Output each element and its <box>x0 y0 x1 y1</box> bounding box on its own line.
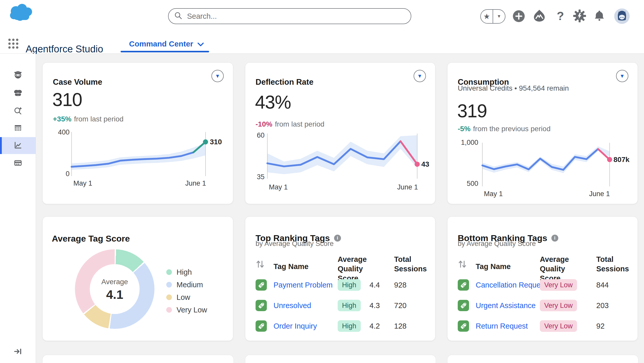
search-sparkle-icon <box>13 106 23 116</box>
quick-create-button[interactable] <box>513 10 525 23</box>
user-avatar[interactable] <box>614 8 630 25</box>
tab-active-underline <box>121 51 209 52</box>
sort-icon[interactable] <box>256 259 265 270</box>
next-row-card-stub <box>42 355 234 363</box>
favorites-dropdown-icon[interactable]: ▼ <box>493 10 505 23</box>
legend-dot-icon <box>166 307 172 313</box>
y-axis-tick-max: 400 <box>45 128 70 136</box>
notifications-button[interactable] <box>593 9 606 23</box>
triangle-down-icon: ▼ <box>215 73 220 79</box>
x-axis-label-end: June 1 <box>397 183 418 191</box>
legend-item: Low <box>166 291 190 303</box>
total-sessions: 203 <box>596 301 609 310</box>
kpi-value: 319 <box>457 102 487 120</box>
total-sessions: 720 <box>394 301 406 310</box>
tag-icon <box>256 320 267 332</box>
quality-score: 4.3 <box>369 301 380 310</box>
avatar-astro-icon <box>614 8 630 25</box>
delta-note: from last period <box>74 115 123 123</box>
quality-badge: Very Low <box>540 300 577 311</box>
favorites-star-icon[interactable]: ★ <box>481 10 493 23</box>
card-title: Case Volume <box>53 78 102 87</box>
kpi-card-consumption: Consumption Universal Credits • 954,564 … <box>447 62 638 204</box>
chevron-down-icon <box>197 40 204 48</box>
search-icon <box>174 12 182 21</box>
sidebar-item-butterfly[interactable] <box>0 85 36 102</box>
top-ranking-tags-card: Top Ranking Tags i by Average Quality Sc… <box>245 216 435 341</box>
table-icon <box>13 123 23 133</box>
search-input[interactable] <box>187 12 405 21</box>
legend-label: High <box>177 268 192 276</box>
info-icon[interactable]: i <box>334 235 341 242</box>
sidebar-collapse-button[interactable] <box>0 343 36 360</box>
tag-link[interactable]: Payment Problem <box>274 281 333 289</box>
tag-icon <box>256 300 267 311</box>
card-title: Deflection Rate <box>256 78 314 87</box>
y-axis-tick-min: 500 <box>454 180 478 188</box>
legend-label: Low <box>177 293 190 302</box>
kpi-delta: +35%from last period <box>53 115 123 123</box>
page-title: Agentforce Studio <box>26 44 103 55</box>
column-header-tag-name: Tag Name <box>476 262 511 271</box>
delta-value: -5% <box>458 125 471 133</box>
tag-link[interactable]: Urgent Assistance <box>476 301 536 310</box>
sort-icon[interactable] <box>458 259 467 270</box>
card-subtitle: Universal Credits • 954,564 remain <box>458 84 569 92</box>
donut-center-label: Average <box>75 278 154 286</box>
quality-badge: Very Low <box>540 279 577 291</box>
bottom-ranking-tags-card: Bottom Ranking Tags i by Average Quality… <box>447 216 638 341</box>
card-subtitle: by Average Quality Score <box>458 240 536 248</box>
bell-icon <box>593 10 605 23</box>
average-tag-score-card: Average Tag Score Average 4.1 HighMedium… <box>42 216 233 341</box>
table-row: Urgent AssistanceVery Low203 <box>457 298 628 313</box>
trailhead-icon <box>532 9 546 24</box>
card-menu-button[interactable]: ▼ <box>211 70 224 82</box>
card-menu-button[interactable]: ▼ <box>616 70 628 82</box>
quality-badge: Very Low <box>540 320 577 332</box>
legend-item: Medium <box>166 279 203 291</box>
delta-note: from the previous period <box>473 125 551 133</box>
app-launcher-button[interactable] <box>8 38 19 50</box>
kpi-delta: -10%from last period <box>256 120 324 128</box>
tag-link[interactable]: Cancellation Requests <box>476 281 550 289</box>
sidebar-item-search-insights[interactable] <box>0 102 36 119</box>
delta-value: -10% <box>256 120 272 128</box>
kpi-value: 310 <box>52 90 82 109</box>
waffle-icon <box>8 38 19 50</box>
global-search <box>168 8 411 24</box>
tag-link[interactable]: Unresolved <box>274 301 311 310</box>
table-row: Cancellation RequestsVery Low844 <box>457 277 628 293</box>
column-header-total-sessions: Total Sessions <box>394 255 430 274</box>
question-mark-icon: ? <box>557 9 564 23</box>
app-nav-bar: Agentforce Studio Command Center <box>0 33 644 54</box>
column-header-tag-name: Tag Name <box>274 262 308 271</box>
delta-value: +35% <box>53 115 71 123</box>
y-axis-tick-min: 35 <box>240 173 265 181</box>
help-button[interactable]: ? <box>554 8 567 24</box>
sidebar-item-analytics[interactable] <box>0 137 36 154</box>
sidebar-item-agent[interactable] <box>0 67 36 84</box>
tag-icon <box>458 300 469 311</box>
setup-button[interactable] <box>573 9 587 23</box>
favorites-control: ★ ▼ <box>480 9 505 24</box>
sidebar-item-data-table[interactable] <box>0 120 36 137</box>
tag-link[interactable]: Order Inquiry <box>274 322 317 330</box>
tab-label: Command Center <box>129 40 193 48</box>
legend-label: Medium <box>177 281 203 289</box>
y-axis-tick-max: 1,000 <box>454 139 478 147</box>
trailhead-button[interactable] <box>532 9 547 24</box>
legend-item: High <box>166 266 192 278</box>
card-menu-button[interactable]: ▼ <box>414 70 426 82</box>
gear-icon <box>573 9 586 23</box>
total-sessions: 92 <box>596 322 604 330</box>
tag-link[interactable]: Return Request <box>476 322 528 330</box>
agentforce-command-center: ★ ▼ ? <box>0 0 644 363</box>
table-row: UnresolvedHigh4.3720 <box>255 298 426 313</box>
analytics-chart-icon <box>13 140 23 151</box>
next-row-card-stub <box>447 355 638 363</box>
card-title: Average Tag Score <box>52 234 130 244</box>
info-icon[interactable]: i <box>551 235 558 242</box>
tab-command-center[interactable]: Command Center <box>128 39 206 49</box>
kpi-value: 43% <box>255 93 291 111</box>
sidebar-item-billing[interactable] <box>0 155 36 171</box>
